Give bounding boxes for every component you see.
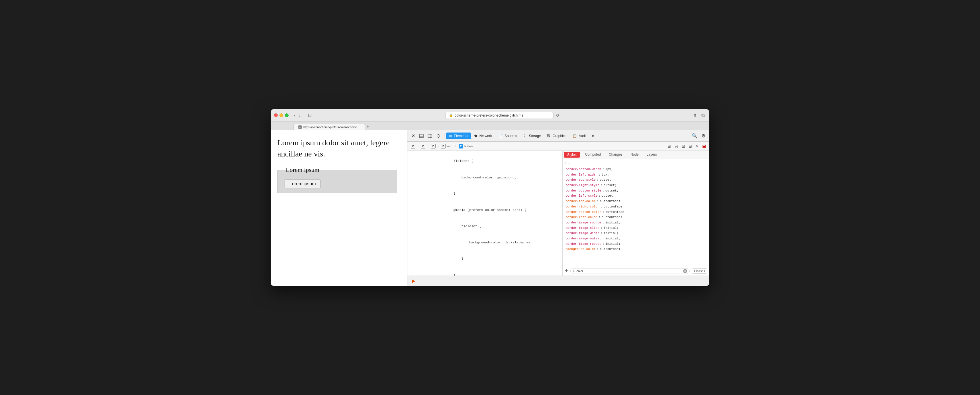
css-property-line: border-bottom-color: buttonface; [565,209,707,215]
css-property-line: border-left-style: outset; [565,193,707,199]
html-line: fieldset { [407,218,562,234]
more-tabs-button[interactable]: » [590,132,596,139]
breadcrumb-label-fieldset: fiel... [446,145,453,148]
styles-filter-box[interactable]: ⊙ ✕ [570,268,690,274]
tab-network[interactable]: ⬟ Network [471,132,495,139]
css-property-name: border-left-style [565,193,597,199]
breadcrumb-chevron-4: › [455,145,456,148]
print-button[interactable]: 🖨 [673,143,679,149]
breadcrumb-item-2[interactable]: E [420,143,426,149]
classes-button[interactable]: Classes [692,268,707,274]
css-property-line: border-top-style: outset; [565,177,707,183]
breadcrumb-item-button[interactable]: E button [458,143,474,149]
webpage-button[interactable]: Lorem ipsum [285,179,320,188]
minimize-button[interactable] [280,113,283,117]
breadcrumb-item-fieldset[interactable]: E fiel... [440,143,454,149]
css-property-value: buttonface; [600,199,620,204]
breadcrumb-label-button: button [464,145,473,148]
css-property-line: border-left-width: 2px; [565,172,707,178]
webpage-legend: Lorem ipsum [285,166,320,174]
title-bar: ‹ › ⊡ 🔒 color-scheme-prefers-color-schem… [270,109,710,122]
devtools-panel: ✕ ⊞ Elements ⬟ Network [407,130,710,286]
css-property-value: initial; [603,231,619,236]
tab-sources[interactable]: 📄 Sources [495,132,520,139]
devtools-dock-right[interactable] [426,133,434,139]
html-line: fieldset { [407,153,562,169]
forward-button[interactable]: › [298,112,302,119]
console-bar: ▶ [407,276,710,286]
breadcrumb-item-1[interactable]: E [410,143,417,149]
close-button[interactable] [274,113,278,117]
elements-tab-icon: ⊞ [449,134,452,138]
storage-tab-icon: 🗄 [523,134,527,138]
tab-styles[interactable]: Styles [564,152,580,158]
css-property-value: outset; [602,193,615,199]
webpage-fieldset: Lorem ipsum Lorem ipsum [277,166,397,193]
tab-changes[interactable]: Changes [605,151,627,159]
css-property-value: outset; [603,183,616,188]
url-container[interactable]: 🔒 color-scheme-prefers-color-scheme.glit… [445,112,554,119]
edit-button[interactable]: ✎ [694,143,700,149]
css-property-value: 2px; [605,167,613,172]
css-property-value: initial; [605,236,620,241]
html-source-panel[interactable]: fieldset { background-color: gainsboro; … [407,151,563,276]
tab-audit[interactable]: 📋 Audit [570,132,589,139]
new-tab-plus[interactable]: + [366,124,369,130]
console-prompt-icon: ▶ [412,278,415,284]
grid-layout-button[interactable]: ⊞ [667,143,672,149]
back-button[interactable]: ‹ [293,112,297,119]
tab-storage[interactable]: 🗄 Storage [520,132,544,139]
css-property-name: border-image-repeat [565,241,601,247]
styles-filter-input[interactable] [577,269,682,273]
html-line: background-color: darkslategray; [407,234,562,251]
tab-computed[interactable]: Computed [581,151,605,159]
tab-layers[interactable]: Layers [643,151,661,159]
tab-graphics[interactable]: 🖼 Graphics [544,132,569,139]
devtools-settings-button[interactable]: ⚙ [700,132,707,140]
devtools-inspect[interactable] [434,132,442,139]
html-line: background-color: gainsboro; [407,169,562,186]
styles-content[interactable]: ↑ … border-bottom-width: 2px;border-left… [563,159,710,266]
devtools-search-button[interactable]: 🔍 [690,132,699,140]
pick-color-button[interactable]: ▣ [701,143,707,149]
css-property-name: border-bottom-color [565,209,601,215]
breadcrumb-e-2: E [421,144,425,148]
css-property-name: border-left-color [565,215,597,220]
tab-favicon: c [298,126,302,129]
devtools-dock-bottom[interactable] [417,133,425,139]
breadcrumb-chevron-1: › [418,145,418,148]
browser-tab[interactable]: c https://color-scheme-prefers-color-sch… [293,124,365,130]
html-line: } [407,186,562,202]
css-property-name: border-left-width [565,172,597,178]
breadcrumb-item-3[interactable]: E [430,143,437,149]
reload-button[interactable]: ↺ [556,113,559,118]
css-property-line: border-right-color: buttonface; [565,204,707,209]
share-button[interactable]: ⬆ [692,112,698,119]
sidebar-toggle-button[interactable]: ⊡ [307,112,313,119]
css-properties: border-bottom-width: 2px;border-left-wid… [565,167,707,252]
breadcrumb-e-3: E [431,144,436,148]
tab-elements[interactable]: ⊞ Elements [446,132,471,139]
new-tab-button[interactable]: ⧉ [700,112,706,119]
html-line: @media (prefers-color-scheme: dark) { [407,202,562,218]
screenshot-button[interactable]: ⊡ [681,143,686,149]
tab-label: https://color-scheme-prefers-color-schem… [304,126,360,129]
breadcrumb-e-1: E [411,144,415,148]
devtools-close-button[interactable]: ✕ [410,132,417,140]
css-property-value: initial; [603,225,619,231]
css-property-name: border-top-style [565,177,596,183]
css-property-value: buttonface; [602,215,622,220]
svg-point-4 [437,134,440,137]
styles-panel: Styles Computed Changes Node Layers ↑ … … [563,151,710,276]
css-property-name: border-top-color [565,199,596,204]
tab-node[interactable]: Node [627,151,643,159]
add-style-button[interactable]: + [565,268,568,274]
console-input[interactable] [418,279,705,283]
grid-view-button[interactable]: ⊟ [687,143,693,149]
css-property-value: buttonface; [605,209,626,215]
maximize-button[interactable] [285,113,289,117]
title-bar-right: ⬆ ⧉ [692,112,706,119]
filter-clear-button[interactable]: ✕ [683,269,687,273]
webpage-paragraph: Lorem ipsum dolor sit amet, legere ancil… [277,137,400,159]
css-property-value: outset; [605,188,619,194]
